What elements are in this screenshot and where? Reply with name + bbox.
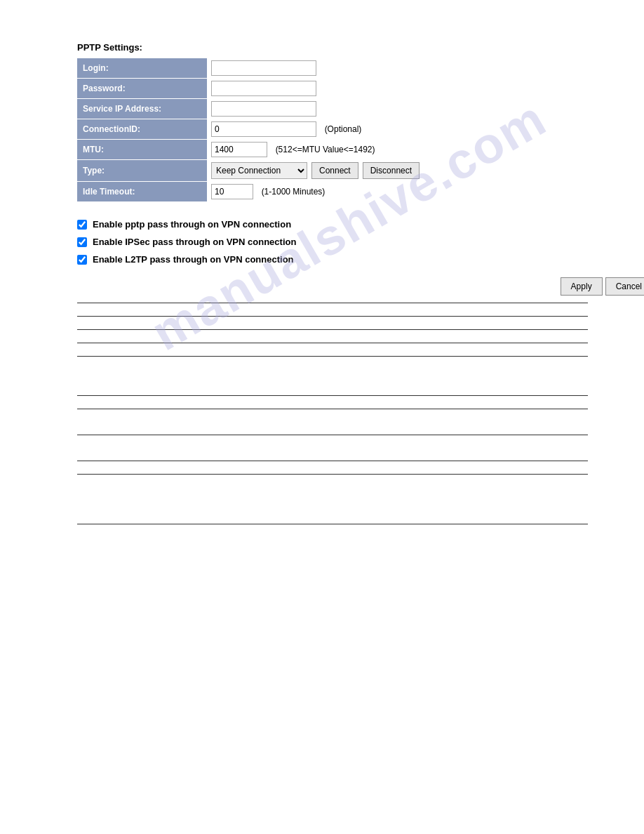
- cancel-button[interactable]: Cancel: [605, 277, 644, 296]
- pptp-checkbox[interactable]: [77, 220, 87, 230]
- type-label: Type:: [77, 160, 207, 182]
- l2tp-checkbox[interactable]: [77, 255, 87, 265]
- ipsec-label: Enable IPSec pass through on VPN connect…: [93, 237, 296, 247]
- connection-id-input[interactable]: [211, 121, 316, 137]
- service-ip-label: Service IP Address:: [77, 99, 207, 119]
- type-select[interactable]: Keep Connection Connect on Demand Manual: [211, 162, 307, 179]
- login-row: Login:: [77, 58, 484, 79]
- password-label: Password:: [77, 79, 207, 99]
- dividers-section: [77, 303, 588, 524]
- l2tp-checkbox-row: Enable L2TP pass through on VPN connecti…: [77, 254, 588, 265]
- connection-id-cell: (Optional): [207, 119, 484, 140]
- checkboxes-section: Enable pptp pass through on VPN connecti…: [77, 219, 588, 265]
- mtu-cell: (512<=MTU Value<=1492): [207, 140, 484, 160]
- login-cell: [207, 58, 484, 79]
- action-buttons-row: Apply Cancel: [77, 277, 644, 296]
- apply-button[interactable]: Apply: [561, 277, 603, 296]
- connection-id-row: ConnectionID: (Optional): [77, 119, 484, 140]
- settings-table: Login: Password: Service IP Address:: [77, 58, 484, 202]
- login-label: Login:: [77, 58, 207, 79]
- pptp-label: Enable pptp pass through on VPN connecti…: [93, 219, 291, 230]
- idle-timeout-row: Idle Timeout: (1-1000 Minutes): [77, 182, 484, 202]
- password-row: Password:: [77, 79, 484, 99]
- connection-id-hint: (Optional): [325, 124, 362, 134]
- type-cell: Keep Connection Connect on Demand Manual…: [207, 160, 484, 182]
- ipsec-checkbox-row: Enable IPSec pass through on VPN connect…: [77, 237, 588, 247]
- password-input[interactable]: [211, 81, 316, 96]
- mtu-input[interactable]: [211, 142, 267, 157]
- idle-timeout-input[interactable]: [211, 184, 253, 199]
- mtu-hint: (512<=MTU Value<=1492): [276, 145, 375, 154]
- login-input[interactable]: [211, 60, 316, 76]
- section-title: PPTP Settings:: [77, 42, 588, 53]
- l2tp-label: Enable L2TP pass through on VPN connecti…: [93, 254, 294, 265]
- connect-button[interactable]: Connect: [311, 162, 358, 179]
- divider-11: [77, 524, 588, 524]
- idle-timeout-cell: (1-1000 Minutes): [207, 182, 484, 202]
- disconnect-button[interactable]: Disconnect: [363, 162, 420, 179]
- service-ip-cell: [207, 99, 484, 119]
- idle-timeout-label: Idle Timeout:: [77, 182, 207, 202]
- service-ip-row: Service IP Address:: [77, 99, 484, 119]
- connection-id-label: ConnectionID:: [77, 119, 207, 140]
- ipsec-checkbox[interactable]: [77, 237, 87, 247]
- mtu-row: MTU: (512<=MTU Value<=1492): [77, 140, 484, 160]
- password-cell: [207, 79, 484, 99]
- mtu-label: MTU:: [77, 140, 207, 160]
- service-ip-input[interactable]: [211, 101, 316, 117]
- type-row: Type: Keep Connection Connect on Demand …: [77, 160, 484, 182]
- idle-timeout-hint: (1-1000 Minutes): [262, 187, 326, 197]
- pptp-checkbox-row: Enable pptp pass through on VPN connecti…: [77, 219, 588, 230]
